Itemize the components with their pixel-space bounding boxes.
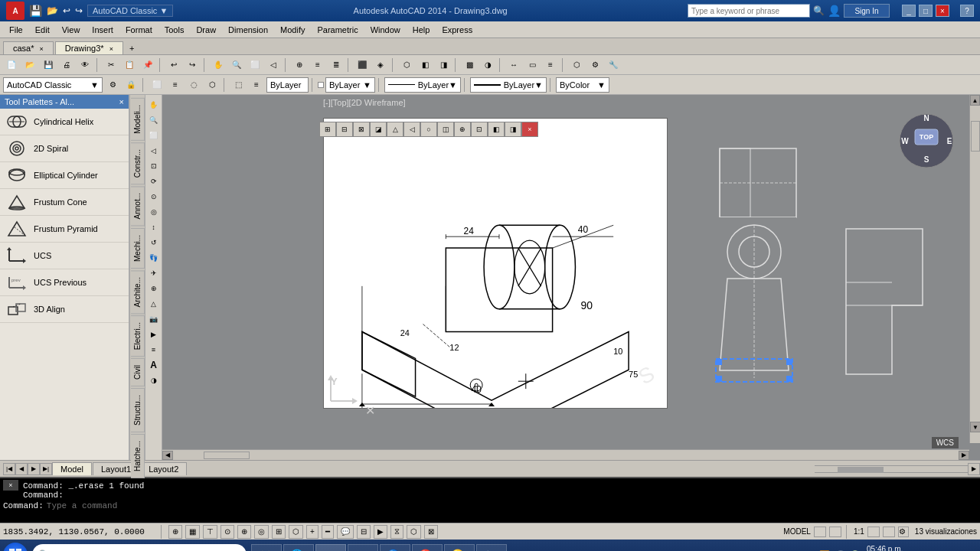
side-tab-constr[interactable]: Constr... [131, 142, 145, 184]
tab-drawing3[interactable]: Drawing3* × [55, 41, 123, 54]
match-props[interactable]: ≣ [328, 57, 345, 73]
palette-item-ucsprev[interactable]: prev UCS Previous [0, 269, 129, 296]
layout-nav-first[interactable]: |◀ [3, 463, 15, 475]
cut-button[interactable]: ✂ [103, 57, 119, 73]
workspace-dropdown[interactable]: AutoCAD Classic ▼ [3, 77, 103, 93]
search-input[interactable] [688, 4, 810, 18]
taskbar-app3[interactable]: ⚙ [476, 544, 507, 551]
float-btn-8[interactable]: ◫ [437, 122, 454, 137]
viewport-controls[interactable]: ⬜ [149, 77, 165, 93]
layout-tab-2[interactable]: Layout2 [140, 462, 187, 475]
zoom-extents[interactable]: ⊡ [147, 159, 161, 173]
pan-realtime[interactable]: ✋ [147, 98, 161, 112]
side-tab-archite[interactable]: Archite... [131, 270, 145, 314]
sign-in-button[interactable]: Sign In [844, 4, 890, 18]
side-tab-electri[interactable]: Electri... [131, 315, 145, 357]
menu-format[interactable]: Format [119, 24, 158, 36]
float-btn-12[interactable]: ◨ [505, 122, 521, 137]
taskbar-edge[interactable]: 🌐 [283, 544, 314, 551]
float-btn-5[interactable]: △ [387, 122, 403, 137]
palette-item-frustumcone[interactable]: Frustum Cone [0, 189, 129, 216]
menu-dimension[interactable]: Dimension [222, 24, 274, 36]
paste-button[interactable]: 📌 [139, 57, 156, 73]
orbit[interactable]: ⟳ [147, 174, 161, 188]
zoom-previous[interactable]: ◁ [265, 57, 282, 73]
tray-clock[interactable]: 05:46 p.m. 06/10/2017 [864, 544, 903, 551]
v-scrollbar[interactable]: ▲ ▼ [969, 95, 980, 443]
create-block[interactable]: ◧ [416, 57, 433, 73]
adj-dist[interactable]: ↕ [147, 220, 161, 234]
taskbar-search[interactable]: 🔍 Escribe aquí para buscar [32, 544, 247, 551]
walk[interactable]: 👣 [147, 251, 161, 265]
lw-btn[interactable]: ━ [322, 525, 334, 539]
menu-express[interactable]: Express [436, 24, 479, 36]
quick-access-undo[interactable]: ↩ [63, 5, 70, 16]
preview-button[interactable]: 👁 [77, 57, 93, 73]
float-btn-2[interactable]: ⊟ [336, 122, 353, 137]
menu-parametric[interactable]: Parametric [311, 24, 364, 36]
otrack-btn[interactable]: ◎ [254, 525, 269, 539]
write-block[interactable]: ◨ [435, 57, 452, 73]
sc-btn[interactable]: ⊟ [357, 525, 371, 539]
iso-view[interactable]: 24 40 90 40 60 12 24 8 10 75 [323, 118, 668, 409]
h-scrollbar[interactable]: ◀ ▶ [162, 449, 969, 460]
command-input[interactable] [47, 501, 977, 510]
grid-btn[interactable]: ▦ [185, 525, 200, 539]
taskbar-autocad[interactable]: A [315, 544, 346, 551]
menu-help[interactable]: Help [407, 24, 436, 36]
float-btn-6[interactable]: ◁ [403, 122, 420, 137]
redo-button[interactable]: ↪ [184, 57, 201, 73]
3dfly[interactable]: ✈ [147, 266, 161, 280]
zoom-realtime[interactable]: 🔍 [147, 113, 161, 127]
ortho-btn[interactable]: ⊤ [203, 525, 217, 539]
linetype-dropdown[interactable]: ByLayer ▼ [384, 77, 461, 93]
menu-modify[interactable]: Modify [274, 24, 311, 36]
copy-button[interactable]: 📋 [121, 57, 138, 73]
taskbar-app1[interactable]: 🔵 [380, 544, 410, 551]
taskbar-app2[interactable]: 🔴 [412, 544, 443, 551]
zoom-prev2[interactable]: ◁ [147, 144, 161, 158]
gradient2[interactable]: ◑ [147, 373, 161, 387]
layer-dropdown[interactable]: ByLayer [266, 77, 309, 93]
layout-nav-last[interactable]: ▶| [40, 463, 52, 475]
orbit-cont[interactable]: ◎ [147, 205, 161, 219]
snap-btn[interactable]: ⊕ [168, 525, 182, 539]
tab-drawing3-close[interactable]: × [109, 45, 113, 53]
polar-btn[interactable]: ⊙ [220, 525, 234, 539]
scroll-right[interactable]: ▶ [968, 463, 980, 475]
float-btn-9[interactable]: ⊕ [454, 122, 471, 137]
free-orbit[interactable]: ⊙ [147, 190, 161, 204]
iso-btn[interactable]: ⬡ [407, 525, 421, 539]
layer-mgr[interactable]: ⬛ [354, 57, 371, 73]
view-toggle[interactable] [883, 527, 895, 537]
settings-toggle[interactable]: ⚙ [898, 527, 909, 537]
workspace-lock[interactable]: 🔒 [122, 77, 139, 93]
float-btn-4[interactable]: ◪ [370, 122, 387, 137]
insert-block[interactable]: ⬡ [398, 57, 415, 73]
windows-start[interactable] [3, 543, 28, 551]
drawing-area[interactable]: ⊞ ⊟ ⊠ ◪ △ ◁ ○ ◫ ⊕ ⊡ ◧ ◨ × [-][Top][2D Wi… [162, 95, 980, 460]
side-tab-annot[interactable]: Annot... [131, 186, 145, 226]
taskbar-word[interactable]: W [348, 544, 378, 551]
layout-nav-prev[interactable]: ◀ [15, 463, 28, 475]
view-cube[interactable]: ⬡ [568, 57, 585, 73]
swivel[interactable]: ↺ [147, 236, 161, 249]
show-motion[interactable]: ▶ [147, 328, 161, 341]
quick-access-redo[interactable]: ↪ [75, 5, 83, 16]
quick-access-open[interactable]: 📂 [47, 5, 58, 16]
new-button[interactable]: 📄 [3, 57, 20, 73]
camera[interactable]: 📷 [147, 312, 161, 326]
menu-edit[interactable]: Edit [29, 24, 56, 36]
float-btn-11[interactable]: ◧ [488, 122, 505, 137]
dyn-btn[interactable]: + [306, 525, 318, 539]
layout-nav-next[interactable]: ▶ [28, 463, 40, 475]
float-btn-7[interactable]: ○ [420, 122, 437, 137]
color-dropdown[interactable]: ByLayer▼ [325, 77, 375, 93]
zoom-window2[interactable]: ⬜ [147, 129, 161, 142]
text-label[interactable]: A [147, 358, 161, 372]
zoom-scale[interactable]: ⊕ [147, 282, 161, 295]
menu-insert[interactable]: Insert [86, 24, 119, 36]
osnap-btn[interactable]: ⊕ [237, 525, 251, 539]
qp-btn[interactable]: 💬 [337, 525, 354, 539]
tool-extra2[interactable]: 🔧 [605, 57, 622, 73]
